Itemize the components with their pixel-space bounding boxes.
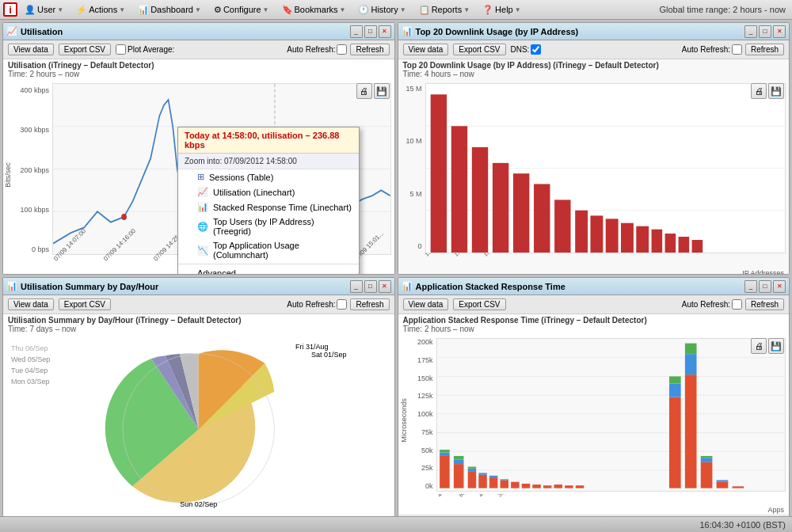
menu-actions[interactable]: ⚡ Actions ▼ (70, 2, 131, 17)
svg-rect-63 (684, 354, 696, 374)
svg-rect-57 (565, 485, 573, 488)
reports-icon: 📋 (419, 5, 430, 15)
context-sessions-table[interactable]: ⊞ Sessions (Table) (178, 169, 359, 184)
context-advanced[interactable]: Advanced ... (178, 266, 359, 274)
svg-rect-40 (453, 464, 463, 488)
top20-xaxis-label: IP Addresses (398, 269, 790, 274)
rt-toolbar: View data Export CSV Auto Refresh: Refre… (398, 295, 790, 314)
legend-tue: Tue 04/Sep (11, 365, 50, 376)
menu-dashboard[interactable]: 📊 Dashboard ▼ (132, 2, 207, 17)
summary-exportcsv-btn[interactable]: Export CSV (59, 298, 111, 310)
svg-rect-22 (605, 218, 618, 253)
summary-close-btn[interactable]: ✕ (379, 280, 391, 293)
top20-panel: 📊 Top 20 Downlink Usage (by IP Address) … (398, 22, 790, 275)
rt-close-btn[interactable]: ✕ (773, 280, 786, 293)
top20-minimize-btn[interactable]: _ (744, 25, 757, 38)
utilisation-minimize-btn[interactable]: _ (350, 25, 363, 38)
svg-rect-14 (451, 126, 466, 253)
summary-minimize-btn[interactable]: _ (350, 280, 363, 293)
utilisation-plotavg-checkbox[interactable] (116, 44, 126, 55)
rt-viewdata-btn[interactable]: View data (403, 298, 449, 310)
rt-autorefresh-checkbox[interactable] (732, 299, 742, 310)
rt-exportcsv-btn[interactable]: Export CSV (453, 298, 505, 310)
rt-print-btn[interactable]: 🖨 (751, 338, 767, 354)
svg-rect-26 (664, 234, 676, 253)
context-top-application[interactable]: 📉 Top Application Usage (Columnchart) (178, 238, 359, 262)
summary-refresh-btn[interactable]: Refresh (350, 298, 389, 310)
top20-save-btn[interactable]: 💾 (768, 83, 784, 99)
rt-restore-btn[interactable]: □ (759, 280, 771, 293)
utilisation-save-btn[interactable]: 💾 (374, 83, 390, 99)
utilisation-print-btn[interactable]: 🖨 (356, 83, 372, 99)
legend-wed: Wed 05/Sep (11, 354, 50, 365)
utilisation-restore-btn[interactable]: □ (364, 25, 377, 38)
svg-rect-50 (500, 480, 508, 488)
top20-print-btn[interactable]: 🖨 (751, 83, 767, 99)
svg-rect-19 (554, 200, 570, 253)
utilisation-close-btn[interactable]: ✕ (379, 25, 391, 38)
svg-rect-67 (700, 456, 712, 458)
svg-rect-46 (478, 475, 486, 488)
user-dropdown-arrow: ▼ (57, 6, 63, 13)
svg-rect-43 (467, 471, 475, 488)
rt-save-btn[interactable]: 💾 (768, 338, 784, 354)
utilisation-autorefresh-checkbox[interactable] (337, 44, 347, 55)
context-top-users[interactable]: 🌐 Top Users (by IP Address) (Treegrid) (178, 215, 359, 238)
menu-bookmarks[interactable]: 🔖 Bookmarks ▼ (276, 2, 352, 17)
pie-legend-right: Fri 31/Aug Sat 01/Sep (295, 343, 347, 359)
user-icon: 👤 (25, 5, 36, 15)
utilisation-viewdata-btn[interactable]: View data (8, 44, 54, 55)
utilisation-chart-body: Utilisation (iTrinegy – Default Detector… (3, 59, 394, 274)
summary-chart-subtitle: Time: 7 days – now (3, 325, 394, 335)
history-dropdown-arrow: ▼ (400, 6, 406, 13)
utilisation-refresh-btn[interactable]: Refresh (350, 44, 389, 55)
summary-autorefresh-checkbox[interactable] (337, 299, 347, 310)
svg-rect-55 (543, 485, 550, 488)
logo-button[interactable]: i (3, 2, 17, 17)
rt-xaxis-label: Apps (398, 506, 790, 515)
svg-rect-53 (521, 484, 529, 488)
utilisation-toolbar: View data Export CSV Plot Average: Auto … (3, 40, 394, 59)
menu-reports[interactable]: 📋 Reports ▼ (413, 2, 475, 17)
summary-autorefresh-label: Auto Refresh: (287, 299, 347, 310)
pie-legend: Thu 06/Sep Wed 05/Sep Tue 04/Sep Mon 03/… (11, 343, 50, 387)
top20-dns-label: DNS: (511, 44, 542, 55)
top20-restore-btn[interactable]: □ (759, 25, 771, 38)
rt-minimize-btn[interactable]: _ (744, 280, 757, 293)
context-separator (178, 264, 359, 264)
rt-print-area: 🖨 💾 (751, 338, 784, 354)
bookmarks-dropdown-arrow: ▼ (340, 6, 346, 13)
rt-refresh-btn[interactable]: Refresh (745, 298, 784, 310)
svg-rect-61 (669, 376, 681, 383)
legend-mon: Mon 03/Sep (11, 376, 50, 387)
svg-rect-13 (430, 94, 446, 253)
svg-rect-69 (716, 480, 728, 481)
main-grid: 📈 Utilisation _ □ ✕ View data Export CSV… (0, 20, 792, 532)
top20-close-btn[interactable]: ✕ (773, 25, 786, 38)
menu-help[interactable]: ❓ Help ▼ (477, 2, 527, 17)
summary-viewdata-btn[interactable]: View data (8, 298, 54, 310)
summary-toolbar-right: Auto Refresh: Refresh (287, 298, 389, 310)
utilisation-exportcsv-btn[interactable]: Export CSV (59, 44, 111, 55)
top20-chart-title: Top 20 Downlink Usage (by IP Address) (i… (398, 59, 790, 70)
context-stacked-response[interactable]: 📊 Stacked Response Time (Linechart) (178, 200, 359, 215)
menu-configure[interactable]: ⚙ Configure ▼ (208, 2, 275, 17)
menu-user[interactable]: 👤 User ▼ (19, 2, 69, 17)
top20-autorefresh-checkbox[interactable] (732, 44, 742, 55)
svg-rect-20 (575, 211, 588, 253)
top20-viewdata-btn[interactable]: View data (403, 44, 449, 55)
top20-refresh-btn[interactable]: Refresh (745, 44, 784, 55)
svg-rect-42 (453, 456, 463, 460)
context-utilisation-linechart[interactable]: 📈 Utilisation (Linechart) (178, 184, 359, 200)
rt-yaxis: 200k 175k 150k 125k 100k 75k 50k 25k 0k (409, 335, 435, 506)
context-menu: Today at 14:58:00, utilisation – 236.88 … (177, 127, 360, 274)
top20-exportcsv-btn[interactable]: Export CSV (453, 44, 505, 55)
pie-chart-svg (3, 335, 394, 524)
summary-restore-btn[interactable]: □ (364, 280, 377, 293)
menu-history[interactable]: 🕐 History ▼ (352, 2, 411, 17)
line-icon: 📈 (197, 187, 208, 197)
actions-dropdown-arrow: ▼ (119, 6, 125, 13)
svg-rect-58 (575, 485, 583, 488)
top20-panel-header: 📊 Top 20 Downlink Usage (by IP Address) … (398, 23, 790, 40)
top20-dns-checkbox[interactable] (531, 44, 541, 55)
